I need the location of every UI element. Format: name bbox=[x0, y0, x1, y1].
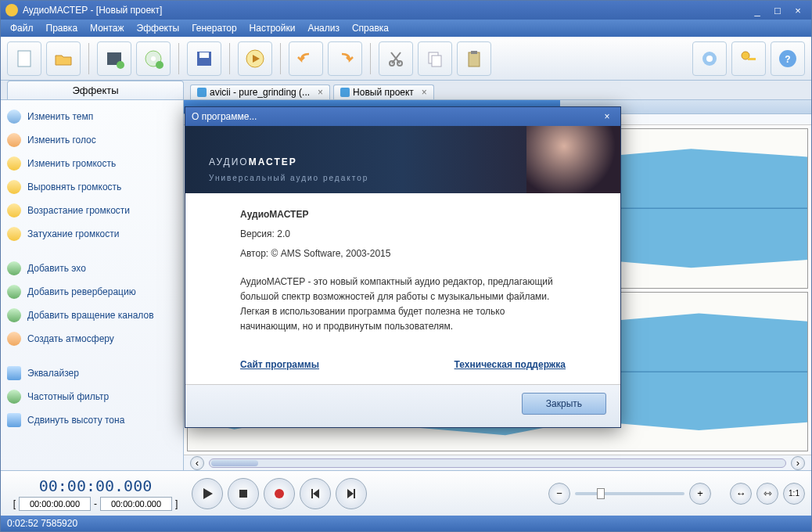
dialog-title: О программе... bbox=[192, 111, 257, 122]
reverb-icon bbox=[7, 285, 21, 299]
paste-button[interactable] bbox=[457, 41, 491, 76]
effect-add-reverb[interactable]: Добавить реверберацию bbox=[4, 280, 180, 304]
about-author: Автор: © AMS Software, 2003-2015 bbox=[240, 246, 566, 261]
stop-button[interactable] bbox=[228, 478, 259, 509]
dash-separator: - bbox=[94, 498, 97, 509]
toolbar-separator bbox=[229, 43, 230, 74]
effect-freq-filter[interactable]: Частотный фильтр bbox=[4, 385, 180, 408]
about-product-name: АудиоМАСТЕР bbox=[240, 207, 566, 222]
about-description: АудиоМАСТЕР - это новый компактный аудио… bbox=[240, 275, 566, 335]
effect-normalize-volume[interactable]: Выровнять громкость bbox=[4, 175, 180, 199]
selection-end-input[interactable] bbox=[100, 497, 172, 511]
dialog-close-button[interactable]: × bbox=[600, 111, 614, 122]
toolbar-separator bbox=[370, 43, 371, 74]
banner-logo: АУДИОМАСТЕР bbox=[209, 151, 297, 169]
about-version: Версия: 2.0 bbox=[240, 227, 566, 242]
dialog-body: АудиоМАСТЕР Версия: 2.0 Автор: © AMS Sof… bbox=[185, 193, 620, 353]
menu-effects[interactable]: Эффекты bbox=[131, 21, 186, 35]
svg-point-4 bbox=[151, 56, 156, 61]
atmosphere-icon bbox=[7, 332, 21, 346]
dialog-close-ok-button[interactable]: Закрыть bbox=[522, 393, 606, 415]
copy-button[interactable] bbox=[418, 41, 452, 76]
new-file-button[interactable] bbox=[7, 41, 41, 76]
effect-add-echo[interactable]: Добавить эхо bbox=[4, 257, 180, 280]
effect-channel-rotation[interactable]: Добавить вращение каналов bbox=[4, 304, 180, 327]
speaker-icon bbox=[7, 180, 21, 194]
effect-atmosphere[interactable]: Создать атмосферу bbox=[4, 327, 180, 350]
toolbar-separator bbox=[280, 43, 281, 74]
time-display-box: 00:00:00.000 [ - ] bbox=[7, 476, 184, 511]
support-link[interactable]: Техническая поддержка bbox=[455, 359, 566, 370]
effect-change-volume[interactable]: Изменить громкость bbox=[4, 152, 180, 175]
fit-width-button[interactable]: ↔ bbox=[730, 483, 752, 505]
settings-button[interactable] bbox=[692, 41, 727, 76]
menu-file[interactable]: Файл bbox=[4, 21, 40, 35]
import-cd-button[interactable] bbox=[136, 41, 171, 76]
scroll-track[interactable] bbox=[209, 458, 786, 468]
status-bar: 0:02:52 7585920 bbox=[1, 516, 811, 531]
skip-end-button[interactable] bbox=[336, 478, 367, 509]
activation-key-button[interactable] bbox=[731, 41, 766, 76]
app-icon bbox=[5, 4, 18, 16]
menu-analysis[interactable]: Анализ bbox=[301, 21, 346, 35]
rotate-icon bbox=[7, 308, 21, 322]
playhead-time: 00:00:00.000 bbox=[7, 476, 184, 495]
cut-button[interactable] bbox=[379, 41, 413, 76]
horizontal-scroll-row: ‹ › bbox=[184, 455, 811, 470]
close-tab-icon[interactable]: × bbox=[318, 87, 323, 98]
file-tab-1[interactable]: Новый проект × bbox=[333, 84, 434, 99]
help-button[interactable]: ? bbox=[771, 41, 805, 76]
minimize-button[interactable]: _ bbox=[749, 4, 766, 16]
play-button[interactable] bbox=[192, 478, 223, 509]
person-icon bbox=[7, 133, 21, 147]
speaker-icon bbox=[7, 156, 21, 171]
svg-rect-29 bbox=[239, 490, 247, 498]
effect-change-voice[interactable]: Изменить голос bbox=[4, 128, 180, 152]
close-button[interactable]: × bbox=[789, 4, 807, 16]
selection-start-input[interactable] bbox=[19, 497, 91, 511]
menu-montage[interactable]: Монтаж bbox=[84, 21, 131, 35]
zoom-controls: − + ↔ ⇿ 1:1 bbox=[548, 483, 805, 505]
transport-controls bbox=[192, 478, 367, 509]
skip-start-button[interactable] bbox=[300, 478, 331, 509]
effect-fade-in[interactable]: Возрастание громкости bbox=[4, 199, 180, 222]
fit-selection-button[interactable]: ⇿ bbox=[756, 483, 778, 505]
import-video-button[interactable] bbox=[97, 41, 131, 76]
open-file-button[interactable] bbox=[46, 41, 81, 76]
zoom-1to1-button[interactable]: 1:1 bbox=[783, 483, 805, 505]
pitch-icon bbox=[7, 413, 21, 427]
website-link[interactable]: Сайт программы bbox=[240, 359, 319, 370]
toolbar: ? bbox=[1, 37, 811, 81]
menu-settings[interactable]: Настройки bbox=[243, 21, 302, 35]
scroll-thumb[interactable] bbox=[211, 460, 258, 466]
effect-fade-out[interactable]: Затухание громкости bbox=[4, 222, 180, 246]
save-button[interactable] bbox=[187, 41, 221, 76]
audio-file-icon bbox=[197, 88, 207, 97]
dialog-links: Сайт программы Техническая поддержка bbox=[185, 353, 620, 384]
effect-equalizer[interactable]: Эквалайзер bbox=[4, 361, 180, 385]
menu-generator[interactable]: Генератор bbox=[185, 21, 243, 35]
close-tab-icon[interactable]: × bbox=[422, 87, 427, 98]
record-button[interactable] bbox=[264, 478, 295, 509]
echo-icon bbox=[7, 261, 21, 275]
menu-help[interactable]: Справка bbox=[346, 21, 395, 35]
filter-icon bbox=[7, 390, 21, 404]
maximize-button[interactable]: □ bbox=[769, 4, 786, 16]
menubar: Файл Правка Монтаж Эффекты Генератор Нас… bbox=[1, 20, 811, 37]
menu-edit[interactable]: Правка bbox=[40, 21, 84, 35]
effect-change-tempo[interactable]: Изменить темп bbox=[4, 105, 180, 128]
zoom-out-button[interactable]: − bbox=[548, 483, 570, 505]
file-tab-0[interactable]: avicii - pure_grinding (... × bbox=[190, 84, 330, 99]
zoom-thumb[interactable] bbox=[597, 488, 605, 499]
effect-pitch-shift[interactable]: Сдвинуть высоту тона bbox=[4, 408, 180, 432]
scroll-right-button[interactable]: › bbox=[791, 456, 805, 470]
scroll-left-button[interactable]: ‹ bbox=[190, 456, 204, 470]
redo-button[interactable] bbox=[328, 41, 362, 76]
file-tab-label: Новый проект bbox=[353, 87, 414, 98]
undo-button[interactable] bbox=[289, 41, 323, 76]
dialog-titlebar: О программе... × bbox=[185, 107, 620, 126]
dialog-footer: Закрыть bbox=[185, 384, 620, 427]
play-button-toolbar[interactable] bbox=[238, 41, 272, 76]
zoom-in-button[interactable]: + bbox=[689, 483, 711, 505]
zoom-slider[interactable] bbox=[575, 492, 684, 495]
